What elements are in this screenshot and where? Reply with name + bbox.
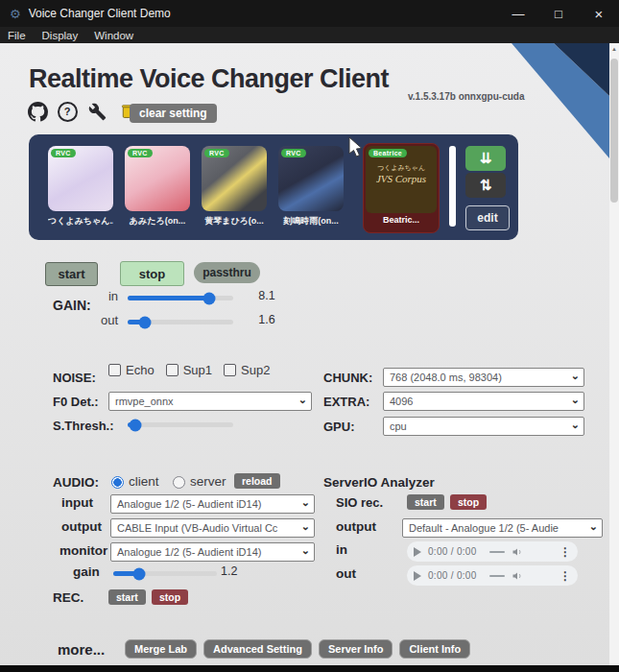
checkbox-box[interactable]: [166, 364, 179, 376]
rec-label: REC.: [53, 590, 83, 605]
advanced-setting-button[interactable]: Advanced Setting: [203, 639, 312, 659]
passthru-button[interactable]: passthru: [194, 262, 260, 283]
slider-knob[interactable]: [202, 292, 215, 304]
scrollbar-thumb[interactable]: [610, 59, 618, 203]
model-card[interactable]: RVC 黄琴まひろ(o...: [202, 146, 267, 228]
audio-section-label: AUDIO:: [53, 475, 99, 490]
menu-item-window[interactable]: Window: [94, 30, 133, 41]
chevron-down-icon: ⌄: [301, 496, 310, 509]
sio-output-select[interactable]: Default - Analogue 1/2 (5- Audie ⌄: [402, 518, 603, 538]
sort-models-button[interactable]: ⇅: [465, 173, 506, 198]
checkbox-sup1[interactable]: Sup1: [166, 363, 212, 377]
sio-start-button[interactable]: start: [407, 494, 444, 510]
audio-gain-slider[interactable]: [113, 571, 217, 576]
model-framework-badge: RVC: [51, 149, 76, 157]
checkbox-box[interactable]: [224, 364, 236, 376]
radio-client[interactable]: [111, 476, 124, 489]
model-framework-badge: RVC: [281, 149, 306, 157]
clear-setting-button[interactable]: clear setting: [130, 104, 217, 123]
stop-button[interactable]: stop: [120, 261, 184, 286]
rec-stop-button[interactable]: stop: [152, 589, 188, 605]
checkbox-box[interactable]: [108, 364, 121, 376]
checkbox-label: Sup1: [183, 363, 212, 377]
audio-player-out[interactable]: 0:00 / 0:00 ⋮: [407, 565, 578, 586]
help-icon[interactable]: ?: [57, 101, 78, 122]
download-icon: ⇊: [480, 150, 492, 167]
edit-button[interactable]: edit: [465, 205, 510, 230]
sio-out-label: out: [336, 566, 356, 581]
scrollbar[interactable]: ▲: [609, 43, 619, 665]
model-card[interactable]: RVC つくよみちゃん...: [48, 146, 113, 228]
audio-gain-value: 1.2: [221, 564, 237, 578]
sio-rec-label: SIO rec.: [336, 495, 383, 510]
audio-output-select[interactable]: CABLE Input (VB-Audio Virtual Cc ⌄: [110, 518, 315, 538]
gain-section-label: GAIN:: [53, 298, 91, 313]
reload-button[interactable]: reload: [234, 473, 280, 489]
chunk-select[interactable]: 768 (2048.0 ms, 98304) ⌄: [383, 368, 584, 387]
volume-icon[interactable]: [512, 570, 523, 582]
model-card-selected[interactable]: Beatrice つくよみちゃん JVS Corpus Beatric...: [363, 143, 440, 233]
checkbox-label: Sup2: [241, 363, 270, 377]
model-framework-badge: RVC: [128, 149, 153, 157]
merge-lab-button[interactable]: Merge Lab: [125, 639, 197, 659]
audio-player-in[interactable]: 0:00 / 0:00 ⋮: [407, 541, 578, 562]
gain-in-slider[interactable]: [128, 296, 233, 300]
checkbox-label: Echo: [126, 363, 155, 377]
audio-input-select[interactable]: Analogue 1/2 (5- Audient iD14) ⌄: [110, 494, 315, 514]
silence-threshold-slider[interactable]: [128, 422, 233, 427]
volume-icon[interactable]: [512, 546, 523, 558]
player-time: 0:00 / 0:00: [428, 570, 477, 581]
checkbox-sup2[interactable]: Sup2: [224, 363, 270, 377]
minimize-button[interactable]: —: [498, 0, 538, 27]
maximize-button[interactable]: □: [538, 0, 579, 27]
kebab-menu-icon[interactable]: ⋮: [559, 545, 571, 559]
bottom-edge: [0, 665, 619, 672]
menu-item-display[interactable]: Display: [42, 30, 79, 41]
chunk-label: CHUNK:: [323, 371, 372, 385]
slider-knob[interactable]: [138, 316, 151, 328]
slider-knob[interactable]: [129, 419, 141, 431]
version-label: v.1.5.3.17b onnxgpu-cuda: [408, 91, 525, 102]
github-icon[interactable]: [27, 101, 48, 122]
radio-server[interactable]: [173, 476, 185, 489]
tools-wrench-icon[interactable]: [86, 101, 107, 122]
play-icon[interactable]: [414, 547, 421, 557]
model-card[interactable]: RVC 刻鳴時雨(on...: [278, 146, 344, 228]
seek-bar[interactable]: [489, 551, 505, 553]
gpu-select[interactable]: cpu ⌄: [383, 417, 584, 436]
model-card[interactable]: RVC あみたろ(on...: [125, 146, 190, 228]
select-value: Default - Analogue 1/2 (5- Audie: [409, 522, 559, 534]
f0-detector-select[interactable]: rmvpe_onnx ⌄: [108, 392, 312, 411]
model-list-scrollbar[interactable]: [449, 146, 456, 227]
radio-client-label[interactable]: client: [129, 474, 159, 489]
checkbox-echo[interactable]: Echo: [108, 363, 155, 377]
model-name: Beatric...: [366, 215, 437, 225]
model-name: つくよみちゃん...: [48, 215, 113, 228]
slider-fill: [128, 296, 209, 300]
select-value: Analogue 1/2 (5- Audient iD14): [117, 498, 261, 510]
audio-monitor-select[interactable]: Analogue 1/2 (5- Audient iD14) ⌄: [110, 542, 315, 562]
server-info-button[interactable]: Server Info: [319, 639, 393, 659]
client-info-button[interactable]: Client Info: [399, 639, 470, 659]
slider-knob[interactable]: [133, 567, 146, 580]
radio-server-label[interactable]: server: [190, 474, 226, 489]
chevron-down-icon: ⌄: [571, 394, 580, 406]
chevron-down-icon: ⌄: [589, 520, 598, 533]
gain-out-slider[interactable]: [128, 320, 233, 324]
start-button[interactable]: start: [45, 262, 98, 286]
extra-label: EXTRA:: [323, 395, 369, 409]
titlebar: ⚙ Voice Changer Client Demo — □ ×: [0, 0, 619, 27]
play-icon[interactable]: [414, 571, 421, 581]
model-thumbnail: RVC: [125, 146, 190, 211]
kebab-menu-icon[interactable]: ⋮: [559, 569, 571, 583]
model-framework-badge: Beatrice: [369, 149, 407, 157]
menu-item-file[interactable]: File: [8, 30, 26, 41]
noise-options: Echo Sup1 Sup2: [108, 363, 270, 377]
sio-stop-button[interactable]: stop: [450, 494, 487, 510]
close-button[interactable]: ×: [579, 0, 619, 27]
extra-select[interactable]: 4096 ⌄: [383, 392, 584, 411]
scrollbar-up-arrow[interactable]: ▲: [609, 46, 619, 52]
seek-bar[interactable]: [489, 575, 505, 577]
rec-start-button[interactable]: start: [108, 589, 146, 605]
download-samples-button[interactable]: ⇊: [465, 146, 506, 171]
